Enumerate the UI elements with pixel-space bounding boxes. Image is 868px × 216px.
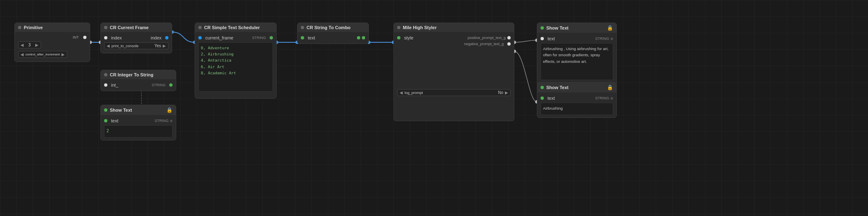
node-primitive-dot [18, 26, 21, 29]
node-primitive-title: Primitive [24, 25, 43, 30]
mile-high-log-value: No [498, 90, 503, 95]
mile-high-positive-label: positive_prompt_text_g [468, 36, 506, 40]
node-cr-string-to-combo-dot [301, 26, 304, 29]
cr-frame-print-value: Yes [155, 44, 161, 48]
node-cr-current-frame-title: CR Current Frame [110, 25, 149, 30]
node-show-text-br-header: Show Text 🔒 [537, 83, 616, 92]
node-show-text-tr-icon: 🔒 [607, 25, 613, 31]
node-show-text-br-dot [541, 86, 544, 89]
mile-high-negative-label: negative_prompt_text_g [464, 42, 504, 46]
node-cr-string-to-combo-header: CR String To Combo [298, 23, 368, 32]
mile-high-log-select[interactable]: ◀ log_prompt No ▶ [397, 89, 511, 96]
show-text-bl-text-label: text [111, 118, 118, 123]
cr-frame-in-port[interactable] [104, 36, 107, 39]
show-text-bl-in-port[interactable] [104, 119, 107, 122]
node-show-text-top-right-header: Show Text 🔒 [537, 23, 616, 33]
node-show-text-tr-dot [541, 26, 544, 30]
primitive-control-right[interactable]: ▶ [61, 52, 65, 57]
cr-string-to-combo-out1-port[interactable] [357, 36, 360, 39]
cr-frame-print-label: print_to_console [111, 44, 153, 48]
node-show-text-bl-icon: 🔒 [166, 107, 173, 113]
cr-string-to-combo-in-port[interactable] [301, 36, 304, 39]
show-text-br-in-port[interactable] [541, 97, 544, 100]
show-text-tr-in-port[interactable] [541, 37, 544, 40]
cr-simple-text-frame-row: current_frame STRING [198, 34, 273, 41]
node-primitive: Primitive INT ◀ 3 ▶ ◀ control_after_incr… [14, 23, 90, 62]
cr-simple-text-string-label: STRING [252, 36, 266, 40]
node-cr-simple-text-title: CR Simple Text Scheduler [204, 25, 260, 30]
node-show-text-bottom-left: Show Text 🔒 text STRING ≡ 2 [100, 105, 176, 140]
primitive-int-row: INT [18, 34, 86, 40]
mile-high-log-label: log_prompt [404, 91, 496, 95]
primitive-control-stepper[interactable]: ◀ control_after_increment ▶ [18, 51, 67, 58]
mile-high-log-row: ◀ log_prompt No ▶ [397, 88, 511, 97]
mile-high-positive-out-port[interactable] [507, 36, 511, 39]
node-cr-simple-text-header: CR Simple Text Scheduler [195, 23, 276, 32]
node-cr-simple-text: CR Simple Text Scheduler current_frame S… [195, 23, 277, 99]
cr-simple-text-content: 0, Adventure 2, Airbrushing 4, Antarctic… [198, 42, 273, 92]
show-text-tr-string-label: STRING [595, 37, 609, 41]
node-show-text-bottom-left-header: Show Text 🔒 [101, 105, 176, 115]
mile-high-negative-row: negative_prompt_text_g [397, 41, 511, 47]
show-text-bl-string-label: STRING [155, 119, 168, 123]
primitive-out-port[interactable] [83, 36, 86, 39]
primitive-int-label: INT [73, 35, 79, 39]
cr-frame-print-select[interactable]: ◀ print_to_console Yes ▶ [104, 42, 168, 49]
mile-high-style-row: style positive_prompt_text_g [397, 34, 511, 41]
cr-string-to-combo-out2-port[interactable] [362, 36, 365, 39]
node-cr-string-to-combo: CR String To Combo text [297, 23, 369, 44]
cr-frame-out-port[interactable] [165, 36, 168, 39]
node-cr-string-to-combo-title: CR String To Combo [307, 25, 350, 30]
primitive-value-row: ◀ 3 ▶ [18, 40, 86, 50]
node-show-text-br-title: Show Text [546, 85, 568, 90]
cr-string-to-combo-text-label: text [308, 35, 315, 40]
node-show-text-bl-dot [104, 108, 107, 112]
node-cr-current-frame-header: CR Current Frame [101, 23, 172, 32]
mile-high-style-in-port[interactable] [397, 36, 400, 39]
node-show-text-top-right: Show Text 🔒 text STRING ≡ Airbrushing , … [537, 23, 617, 86]
cr-string-to-combo-text-row: text [301, 34, 365, 41]
node-primitive-header: Primitive [15, 23, 90, 32]
primitive-value-stepper[interactable]: ◀ 3 ▶ [18, 41, 41, 48]
primitive-control-left[interactable]: ◀ [20, 52, 24, 57]
node-show-text-tr-title: Show Text [546, 25, 568, 30]
node-cr-integer-to-string: CR Integer To String int_ STRING [100, 70, 176, 91]
cr-simple-text-out-port[interactable] [270, 36, 273, 39]
cr-simple-text-frame-label: current_frame [205, 35, 233, 40]
primitive-increment[interactable]: ▶ [35, 43, 39, 47]
show-text-bl-value: 2 [104, 125, 173, 138]
node-cr-simple-text-dot [198, 26, 202, 29]
mile-high-negative-out-port[interactable] [507, 42, 511, 46]
primitive-decrement[interactable]: ◀ [20, 43, 24, 47]
cr-simple-text-in-port[interactable] [198, 36, 202, 39]
cr-integer-row: int_ STRING [104, 82, 173, 88]
node-cr-current-frame: CR Current Frame index index ◀ print_to_… [100, 23, 172, 53]
show-text-br-string-label: STRING [595, 96, 609, 100]
show-text-tr-desc: Airbrushing , Using airbrushing for art,… [543, 46, 609, 64]
node-show-text-bl-title: Show Text [110, 108, 132, 113]
node-cr-integer-header: CR Integer To String [101, 70, 176, 79]
node-mile-high-styler-dot [397, 26, 400, 29]
node-mile-high-styler: Mile High Styler style positive_prompt_t… [393, 23, 514, 121]
node-cr-current-frame-dot [104, 26, 107, 29]
show-text-tr-text-label: text [548, 36, 555, 41]
node-mile-high-styler-header: Mile High Styler [394, 23, 514, 32]
cr-integer-out-port[interactable] [169, 83, 173, 87]
cr-integer-in-port[interactable] [104, 83, 107, 87]
node-show-text-br-icon: 🔒 [607, 85, 613, 90]
cr-frame-index-row: index index [104, 34, 168, 41]
cr-simple-text-pre: 0, Adventure 2, Airbrushing 4, Antarctic… [201, 45, 270, 76]
cr-frame-print-row: ◀ print_to_console Yes ▶ [104, 41, 168, 51]
node-mile-high-styler-title: Mile High Styler [403, 25, 437, 30]
cr-frame-index-right-label: index [151, 35, 161, 40]
primitive-value: 3 [25, 43, 34, 47]
mile-high-style-label: style [404, 35, 414, 40]
cr-integer-string-label: STRING [152, 83, 166, 87]
primitive-control-label: control_after_increment [25, 53, 60, 56]
show-text-br-text-label: text [548, 96, 555, 101]
primitive-control-row: ◀ control_after_increment ▶ [18, 50, 86, 59]
show-text-tr-content: Airbrushing , Using airbrushing for art,… [541, 43, 613, 80]
cr-integer-int-label: int_ [111, 83, 118, 87]
show-text-br-content: Airbrushing [541, 103, 613, 115]
show-text-tr-text-row: text STRING ≡ [541, 35, 613, 42]
